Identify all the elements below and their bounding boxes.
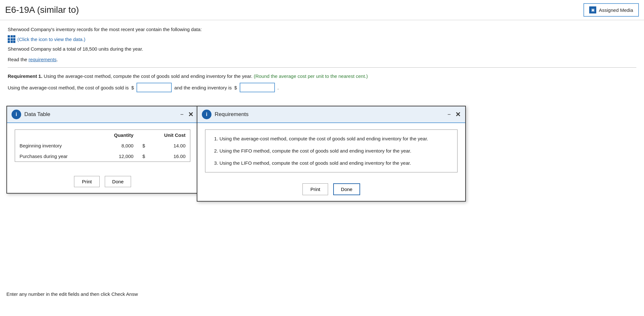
data-table-title: Data Table (24, 111, 177, 118)
req-dialog-print-button[interactable]: Print (302, 183, 328, 195)
req1-bold-label: Requirement 1. (8, 73, 42, 79)
quantity-header: Quantity (100, 130, 138, 141)
data-grid-icon[interactable] (8, 35, 15, 43)
req-dialog-close-button[interactable]: ✕ (455, 111, 461, 118)
row2-dollar: $ (138, 151, 150, 162)
row1-quantity: 8,000 (100, 140, 138, 151)
row1-dollar: $ (138, 140, 150, 151)
requirements-list: Using the average-cost method, compute t… (212, 135, 451, 167)
row1-unit-cost: 14.00 (150, 140, 190, 151)
intro-text: Sherwood Company's inventory records for… (8, 27, 636, 32)
req1-label: Requirement 1. Using the average-cost me… (8, 73, 636, 79)
assigned-media-icon: ▣ (589, 6, 596, 13)
requirements-link[interactable]: requirements (29, 57, 57, 62)
row1-item: Beginning inventory (15, 140, 100, 151)
assigned-media-button[interactable]: ▣ Assigned Media (583, 3, 639, 17)
data-table-footer: Print Done (7, 171, 198, 193)
req-dialog-title: Requirements (215, 111, 444, 118)
table-row: Beginning inventory 8,000 $ 14.00 (15, 140, 190, 151)
req-dialog-done-button[interactable]: Done (333, 183, 360, 195)
bottom-hint: Enter any number in the edit fields and … (6, 291, 138, 297)
req-dialog-footer: Print Done (197, 179, 465, 201)
sold-text: Sherwood Company sold a total of 18,500 … (8, 46, 636, 52)
row2-quantity: 12,000 (100, 151, 138, 162)
click-icon-row: (Click the icon to view the data.) (8, 35, 636, 43)
data-table-controls: − ✕ (180, 111, 194, 118)
dollar-sign-1: $ (131, 85, 134, 90)
answer-suffix: . (277, 85, 279, 90)
answer-middle: and the ending inventory is (174, 85, 232, 90)
main-content: Sherwood Company's inventory records for… (0, 20, 644, 103)
data-table-info-icon: i (12, 110, 21, 119)
row2-unit-cost: 16.00 (150, 151, 190, 162)
answer-row: Using the average-cost method, the cost … (8, 83, 636, 92)
data-table-dialog: i Data Table − ✕ Quantity Unit Cost Begi… (6, 106, 199, 194)
read-req-suffix: . (57, 57, 58, 62)
req1-note: (Round the average cost per unit to the … (252, 73, 368, 79)
req-inner-box: Using the average-cost method, compute t… (205, 129, 458, 172)
dollar-sign-2: $ (234, 85, 237, 90)
page-title: E6-19A (similar to) (5, 5, 583, 15)
data-table-done-button[interactable]: Done (105, 176, 131, 187)
data-inner-table: Quantity Unit Cost Beginning inventory 8… (15, 129, 190, 162)
ending-inventory-input[interactable] (240, 83, 275, 92)
requirement-1-block: Requirement 1. Using the average-cost me… (8, 73, 636, 92)
req-dialog-controls: − ✕ (447, 111, 461, 118)
read-req-prefix: Read the (8, 57, 29, 62)
data-table-minimize-button[interactable]: − (180, 112, 184, 117)
req-dialog-body: Using the average-cost method, compute t… (197, 123, 465, 179)
data-table-dialog-header: i Data Table − ✕ (7, 106, 198, 123)
data-table-close-button[interactable]: ✕ (188, 111, 194, 118)
click-icon-text[interactable]: (Click the icon to view the data.) (17, 37, 86, 42)
row2-item: Purchases during year (15, 151, 100, 162)
page-header: E6-19A (similar to) ▣ Assigned Media (0, 0, 644, 20)
table-row: Purchases during year 12,000 $ 16.00 (15, 151, 190, 162)
list-item: Using the LIFO method, compute the cost … (219, 159, 451, 167)
data-table-print-button[interactable]: Print (74, 176, 100, 187)
req-dialog-info-icon: i (202, 110, 211, 119)
data-table-body: Quantity Unit Cost Beginning inventory 8… (7, 123, 198, 171)
requirements-dialog: i Requirements − ✕ Using the average-cos… (197, 106, 466, 202)
divider (8, 67, 636, 68)
read-req-text: Read the requirements. (8, 57, 636, 62)
req-dialog-header: i Requirements − ✕ (197, 106, 465, 123)
req1-text: Using the average-cost method, compute t… (42, 73, 252, 79)
assigned-media-label: Assigned Media (599, 7, 633, 13)
answer-prefix: Using the average-cost method, the cost … (8, 85, 129, 90)
list-item: Using the FIFO method, compute the cost … (219, 147, 451, 155)
cogs-input[interactable] (136, 83, 172, 92)
req-dialog-minimize-button[interactable]: − (447, 112, 451, 117)
unit-cost-header: Unit Cost (150, 130, 190, 141)
list-item: Using the average-cost method, compute t… (219, 135, 451, 143)
